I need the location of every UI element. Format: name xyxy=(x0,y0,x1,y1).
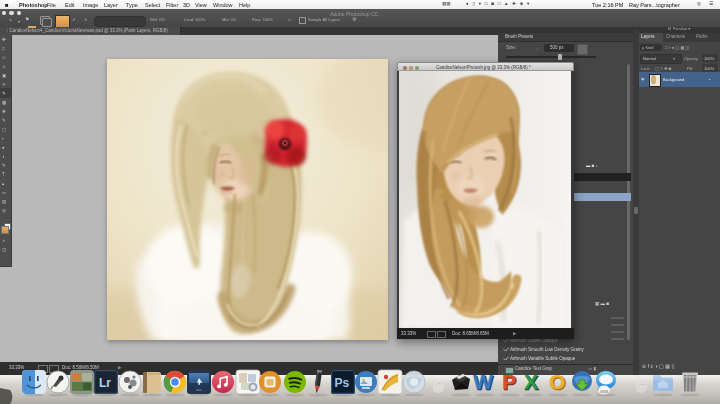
svg-text:P: P xyxy=(502,370,516,393)
svg-text:O: O xyxy=(549,370,565,393)
svg-text:Ps: Ps xyxy=(335,376,350,390)
svg-text:aaa: aaa xyxy=(600,388,609,394)
svg-text:X: X xyxy=(524,370,538,393)
svg-text:Lr: Lr xyxy=(99,376,111,390)
svg-text:W: W xyxy=(473,370,493,393)
